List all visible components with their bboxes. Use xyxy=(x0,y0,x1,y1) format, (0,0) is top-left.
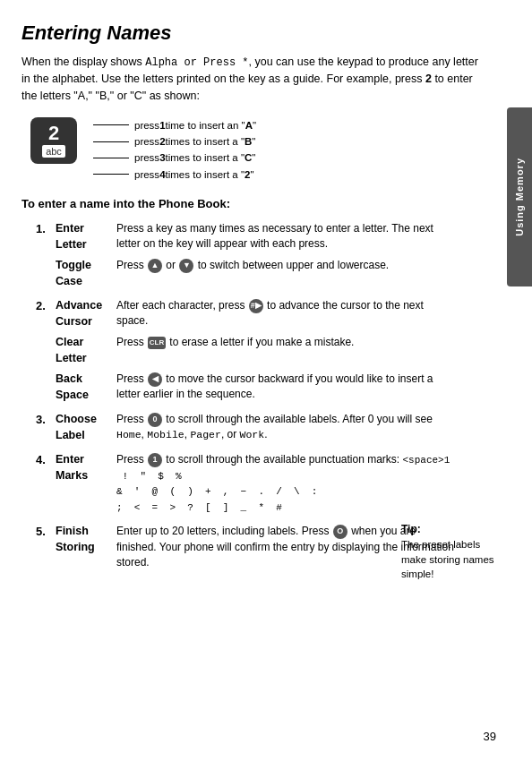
step-3-number: 3. xyxy=(36,412,52,426)
step-2-label-advance: AdvanceCursor xyxy=(56,298,109,329)
step-4-number: 4. xyxy=(36,452,52,466)
step-2-row-advance: AdvanceCursor After each character, pres… xyxy=(56,298,514,329)
page-number: 39 xyxy=(484,730,496,743)
annotation-1: press 1 time to insert an "A" xyxy=(93,117,256,133)
key-number: 2 xyxy=(48,124,59,143)
annotation-2: press 2 times to insert a "B" xyxy=(93,133,256,150)
step-5-label-finish: FinishStoring xyxy=(56,524,109,555)
step-2-desc-advance: After each character, press #▶ to advanc… xyxy=(116,298,457,329)
key-annotations: press 1 time to insert an "A" press 2 ti… xyxy=(93,117,256,184)
step-1-row-enter-letter: EnterLetter Press a key as many times as… xyxy=(56,221,514,252)
step-1-number: 1. xyxy=(36,221,52,235)
step-1-desc-toggle: Press ▲ or ▼ to switch between upper and… xyxy=(116,258,389,273)
steps-list: 1. EnterLetter Press a key as many times… xyxy=(36,221,514,570)
hash-key-icon: #▶ xyxy=(249,299,263,313)
step-3-content: ChooseLabel Press 0 to scroll through th… xyxy=(56,412,514,443)
step-2-number: 2. xyxy=(36,298,52,312)
page-title: Entering Names xyxy=(21,21,514,45)
annotation-4: press 4 times to insert a "2" xyxy=(93,167,256,183)
step-2-rows: AdvanceCursor After each character, pres… xyxy=(56,298,514,403)
step-3-row-choose-label: ChooseLabel Press 0 to scroll through th… xyxy=(56,412,514,443)
up-key-icon: ▲ xyxy=(148,259,162,273)
step-2-desc-back: Press ◀ to move the cursor backward if y… xyxy=(116,372,457,403)
step-1-label-enter: EnterLetter xyxy=(56,221,109,252)
zero-key-icon: 0 xyxy=(148,413,162,427)
down-key-icon: ▼ xyxy=(179,259,193,273)
step-4-rows: EnterMarks Press 1 to scroll through the… xyxy=(56,452,514,515)
step-2-content: AdvanceCursor After each character, pres… xyxy=(56,298,514,403)
step-2: 2. AdvanceCursor After each character, p… xyxy=(36,298,514,403)
step-2-row-back: BackSpace Press ◀ to move the cursor bac… xyxy=(56,372,514,403)
step-4-label-marks: EnterMarks xyxy=(56,452,109,483)
step-1-label-toggle: ToggleCase xyxy=(56,258,109,289)
step-4-content: EnterMarks Press 1 to scroll through the… xyxy=(56,452,514,515)
step-2-label-back: BackSpace xyxy=(56,372,109,403)
step-2-label-clear: ClearLetter xyxy=(56,335,109,366)
phonebook-intro: To enter a name into the Phone Book: xyxy=(21,197,514,210)
ok-key-icon: O xyxy=(333,525,348,539)
page-container: Using Memory Entering Names When the dis… xyxy=(0,0,532,761)
tip-text: The preset labels make storing names sim… xyxy=(401,537,500,582)
step-2-desc-clear: Press CLR to erase a letter if you make … xyxy=(116,335,354,350)
step-4-row-enter-marks: EnterMarks Press 1 to scroll through the… xyxy=(56,452,514,515)
step-3-desc-choose: Press 0 to scroll through the available … xyxy=(116,412,457,443)
key-diagram: 2 abc press 1 time to insert an "A" pres… xyxy=(30,117,514,184)
step-4: 4. EnterMarks Press 1 to scroll through … xyxy=(36,452,514,515)
step-1-desc-enter: Press a key as many times as necessary t… xyxy=(116,221,457,252)
step-1-content: EnterLetter Press a key as many times as… xyxy=(56,221,514,289)
side-tab-label: Using Memory xyxy=(514,158,525,236)
step-1-row-toggle-case: ToggleCase Press ▲ or ▼ to switch betwee… xyxy=(56,258,514,289)
step-3-rows: ChooseLabel Press 0 to scroll through th… xyxy=(56,412,514,443)
tip-box: Tip: The preset labels make storing name… xyxy=(401,522,500,582)
step-4-desc-marks: Press 1 to scroll through the available … xyxy=(116,452,457,515)
clr-key-icon: CLR xyxy=(148,337,166,349)
back-key-icon: ◀ xyxy=(148,372,162,387)
key-letters: abc xyxy=(42,145,65,158)
step-3-label-choose: ChooseLabel xyxy=(56,412,109,443)
step-1: 1. EnterLetter Press a key as many times… xyxy=(36,221,514,289)
step-1-rows: EnterLetter Press a key as many times as… xyxy=(56,221,514,289)
step-3: 3. ChooseLabel Press 0 to scroll through… xyxy=(36,412,514,443)
key-2-button: 2 abc xyxy=(30,117,77,164)
intro-paragraph: When the display shows Alpha or Press *,… xyxy=(21,54,487,105)
one-key-icon: 1 xyxy=(148,453,162,467)
step-2-row-clear: ClearLetter Press CLR to erase a letter … xyxy=(56,335,514,366)
step-5-number: 5. xyxy=(36,524,52,538)
tip-title: Tip: xyxy=(401,522,500,537)
side-tab: Using Memory xyxy=(507,107,532,286)
annotation-3: press 3 times to insert a "C" xyxy=(93,150,256,166)
